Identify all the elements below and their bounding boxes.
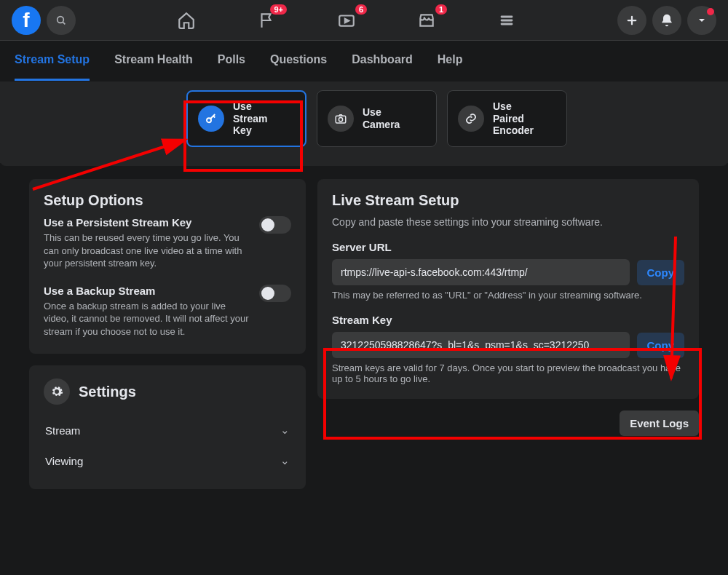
right-column: Live Stream Setup Copy and paste these s…: [317, 179, 699, 489]
settings-row-viewing-label: Viewing: [45, 455, 83, 467]
copy-server-url-button[interactable]: Copy: [637, 260, 685, 285]
server-url-label: Server URL: [332, 241, 684, 253]
backup-stream-row: Use a Backup Stream Once a backup stream…: [44, 285, 291, 338]
home-icon: [177, 11, 196, 30]
settings-row-stream-label: Stream: [45, 424, 80, 437]
setup-options-card: Setup Options Use a Persistent Stream Ke…: [29, 179, 306, 354]
tab-polls[interactable]: Polls: [218, 41, 245, 81]
video-icon: [337, 11, 356, 30]
link-icon-wrap: [458, 106, 484, 132]
topbar-right: [617, 6, 716, 35]
tab-questions[interactable]: Questions: [270, 41, 327, 81]
flag-badge: 9+: [270, 4, 287, 15]
search-button[interactable]: [47, 6, 76, 35]
persistent-key-title: Use a Persistent Stream Key: [44, 216, 250, 229]
marketplace-button[interactable]: 1: [412, 6, 441, 35]
option-paired-encoder-label: Use Paired Encoder: [493, 100, 534, 137]
settings-title: Settings: [79, 384, 136, 400]
backup-stream-toggle[interactable]: [259, 285, 291, 302]
svg-point-0: [58, 16, 64, 23]
backup-stream-desc: Once a backup stream is added to your li…: [44, 300, 250, 338]
settings-card: Settings Stream ⌄ Viewing ⌄: [29, 365, 306, 489]
option-camera[interactable]: Use Camera: [317, 90, 437, 147]
topbar: f 9+ 6 1: [0, 0, 728, 41]
server-url-input[interactable]: rtmps://live-api-s.facebook.com:443/rtmp…: [332, 259, 630, 285]
options-row: Use Stream Key Use Camera Use Paired Enc…: [0, 82, 728, 163]
caret-down-icon: [696, 15, 708, 26]
bell-icon: [660, 13, 674, 28]
persistent-key-row: Use a Persistent Stream Key This can be …: [44, 216, 291, 270]
notifications-button[interactable]: [652, 6, 681, 35]
svg-line-1: [63, 22, 65, 24]
settings-row-stream[interactable]: Stream ⌄: [44, 415, 291, 445]
option-stream-key[interactable]: Use Stream Key: [186, 90, 306, 147]
chevron-down-icon: ⌄: [280, 454, 290, 467]
gear-icon: [50, 385, 63, 398]
settings-row-viewing[interactable]: Viewing ⌄: [44, 445, 291, 476]
camera-icon: [334, 112, 347, 125]
tab-help[interactable]: Help: [438, 41, 463, 81]
svg-point-8: [207, 118, 211, 122]
tab-stream-setup[interactable]: Stream Setup: [15, 41, 90, 81]
search-icon: [55, 15, 67, 26]
chevron-down-icon: ⌄: [280, 424, 290, 437]
svg-rect-9: [336, 116, 346, 123]
option-camera-label: Use Camera: [363, 106, 400, 131]
svg-point-10: [339, 118, 342, 122]
subnav: Stream Setup Stream Health Polls Questio…: [0, 41, 728, 82]
stream-key-label: Stream Key: [332, 314, 684, 326]
left-column: Setup Options Use a Persistent Stream Ke…: [29, 179, 306, 489]
main-content: Setup Options Use a Persistent Stream Ke…: [0, 166, 728, 489]
tab-dashboard[interactable]: Dashboard: [352, 41, 413, 81]
event-logs-button[interactable]: Event Logs: [620, 411, 699, 436]
backup-stream-title: Use a Backup Stream: [44, 285, 250, 297]
stream-key-hint: Stream keys are valid for 7 days. Once y…: [332, 362, 684, 384]
home-button[interactable]: [172, 6, 201, 35]
video-badge: 6: [355, 4, 367, 15]
market-icon: [417, 11, 436, 30]
stream-key-input[interactable]: 3212250598828647?s_bl=1&s_psm=1&s_sc=321…: [332, 332, 630, 358]
options-section: Use Stream Key Use Camera Use Paired Enc…: [0, 82, 728, 166]
tab-stream-health[interactable]: Stream Health: [114, 41, 193, 81]
plus-icon: [625, 14, 638, 27]
video-button[interactable]: 6: [332, 6, 361, 35]
topbar-center: 9+ 6 1: [82, 6, 612, 35]
facebook-logo[interactable]: f: [12, 6, 41, 35]
live-stream-setup-title: Live Stream Setup: [332, 192, 684, 209]
setup-options-title: Setup Options: [44, 192, 291, 209]
menu-icon: [498, 12, 515, 29]
live-stream-setup-card: Live Stream Setup Copy and paste these s…: [317, 179, 699, 399]
persistent-key-toggle[interactable]: [259, 216, 291, 234]
camera-icon-wrap: [328, 106, 354, 132]
key-icon-wrap: [198, 106, 224, 132]
persistent-key-desc: This can be reused every time you go liv…: [44, 231, 250, 270]
copy-stream-key-button[interactable]: Copy: [637, 333, 685, 358]
link-icon: [464, 112, 478, 125]
key-icon: [205, 112, 218, 125]
gear-icon-wrap: [44, 378, 70, 405]
live-stream-setup-subtitle: Copy and paste these settings into your …: [332, 216, 684, 228]
menu-button[interactable]: [492, 6, 521, 35]
option-stream-key-label: Use Stream Key: [233, 100, 267, 137]
market-badge: 1: [435, 4, 447, 15]
account-button[interactable]: [687, 6, 716, 35]
account-dot: [707, 8, 714, 15]
option-paired-encoder[interactable]: Use Paired Encoder: [447, 90, 567, 147]
create-button[interactable]: [617, 6, 646, 35]
server-url-hint: This may be referred to as "URL" or "Add…: [332, 290, 684, 301]
flag-button[interactable]: 9+: [252, 6, 281, 35]
